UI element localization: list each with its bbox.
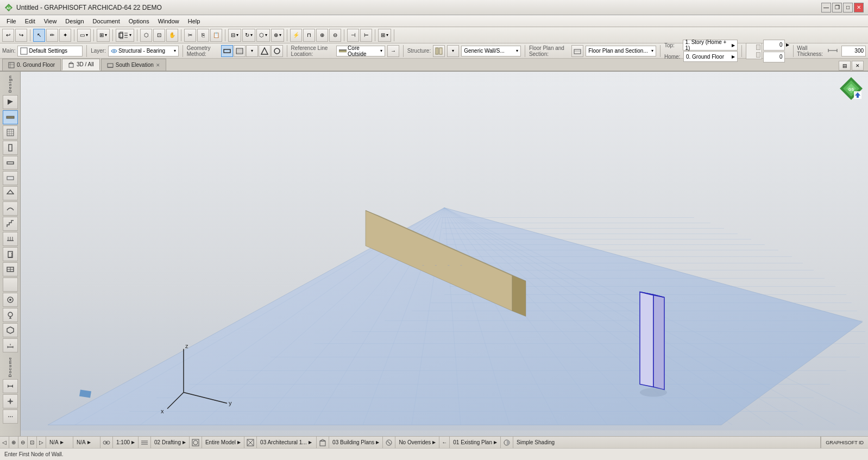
menu-edit[interactable]: Edit (21, 17, 40, 26)
group-button[interactable]: ⊞▾ (378, 29, 391, 42)
no-overrides-dropdown[interactable]: No Overrides▶ (395, 437, 439, 449)
ref-line-dropdown[interactable]: Core Outside ▾ (336, 46, 385, 56)
floor-plan-dropdown[interactable]: Floor Plan and Section... ▾ (586, 46, 656, 56)
model-dropdown[interactable]: Entire Model▶ (202, 437, 244, 449)
nav-next-btn[interactable]: ▷ (37, 437, 46, 449)
view-options-group[interactable]: ▾ (116, 29, 134, 42)
geo-btn-2[interactable] (234, 45, 246, 57)
scale-dropdown[interactable]: 1:100▶ (113, 437, 139, 449)
shading-dropdown[interactable]: Simple Shading (513, 437, 821, 449)
existing-icon[interactable]: ← (439, 437, 450, 449)
menu-options[interactable]: Options (124, 17, 154, 26)
tab-close-all-btn[interactable]: ✕ (852, 61, 864, 71)
zoom-fit-button[interactable]: ⊡ (153, 29, 165, 42)
building-dropdown[interactable]: 03 Building Plans▶ (329, 437, 383, 449)
sidebar-more-btn[interactable]: ⋯ (3, 409, 18, 424)
cut-button[interactable]: ✂ (184, 29, 196, 42)
menu-help[interactable]: Help (184, 17, 205, 26)
nav-mode-dropdown[interactable]: N/A▶ (46, 437, 73, 449)
geo-arrow[interactable]: ▾ (246, 45, 258, 57)
close-button[interactable]: ✕ (854, 3, 864, 12)
transform2-button[interactable]: ↻▾ (242, 29, 255, 42)
menu-window[interactable]: Window (154, 17, 184, 26)
transform3-button[interactable]: ⬡▾ (256, 29, 270, 42)
existing-dropdown[interactable]: 01 Existing Plan▶ (450, 437, 501, 449)
layers-icon[interactable] (139, 437, 151, 449)
shading-icon[interactable] (501, 437, 513, 449)
maximize-button[interactable]: □ (843, 3, 853, 12)
magic-wand-button[interactable]: ✦ (59, 29, 71, 42)
menu-document[interactable]: Document (89, 17, 124, 26)
pencil-tool-button[interactable]: ✏ (46, 29, 58, 42)
menu-view[interactable]: View (40, 17, 61, 26)
restore-button[interactable]: ❐ (832, 3, 842, 12)
structure-dropdown[interactable]: Generic Wall/S... ▾ (461, 46, 521, 56)
viewport-3d[interactable]: - - - - (21, 72, 868, 436)
layer-combo-dropdown[interactable]: 02 Drafting▶ (151, 437, 190, 449)
menu-file[interactable]: File (2, 17, 21, 26)
subtract-button[interactable]: ⊖ (329, 29, 341, 42)
sidebar-tool-lamp[interactable] (3, 308, 18, 322)
transform1-button[interactable]: ⊟▾ (228, 29, 241, 42)
override-icon[interactable] (244, 437, 257, 449)
layer-dropdown[interactable]: Structural - Bearing ▾ (108, 46, 179, 56)
sidebar-tool-wall[interactable] (3, 110, 18, 124)
link-icon-btn[interactable] (100, 437, 113, 449)
zoom-in-btn[interactable]: ⊕ (9, 437, 18, 449)
undo-button[interactable]: ↩ (2, 29, 14, 42)
top-height-input[interactable] (763, 40, 785, 51)
tab-3d[interactable]: 3D / All (62, 59, 100, 71)
default-settings-field[interactable]: Default Settings (17, 46, 83, 56)
nav-pos-dropdown[interactable]: N/A▶ (73, 437, 100, 449)
sidebar-tool-skylight[interactable] (3, 278, 18, 292)
graphisoft-id-btn[interactable]: GRAPHISOFT ID (821, 437, 868, 449)
sidebar-tool-curtain-wall[interactable] (3, 125, 18, 140)
wall-thickness-input[interactable] (841, 46, 866, 56)
snap-button[interactable]: ⊞▾ (97, 29, 110, 42)
trim-button[interactable]: ⊣ (347, 29, 359, 42)
geo-btn-1[interactable] (221, 45, 233, 57)
zoom-fit-btn[interactable]: ⊡ (28, 437, 37, 449)
sidebar-tool-railing[interactable] (3, 232, 18, 246)
model-icon[interactable] (190, 437, 202, 449)
sidebar-tool-slab[interactable] (3, 171, 18, 185)
extend-button[interactable]: ⊢ (360, 29, 372, 42)
transform4-button[interactable]: ⊕▾ (271, 29, 284, 42)
arrow-tool-button[interactable]: ↖ (33, 29, 45, 42)
building-icon[interactable] (317, 437, 329, 449)
no-overrides-icon[interactable] (383, 437, 395, 449)
sidebar-tool-object[interactable] (3, 293, 18, 307)
redo-button[interactable]: ↪ (15, 29, 27, 42)
tab-right-buttons[interactable]: ▤ ✕ (839, 61, 864, 71)
zoom-prev-button[interactable]: ⬡ (140, 29, 152, 42)
add-button[interactable]: ⊕ (316, 29, 328, 42)
ref-line-arrow-btn[interactable]: → (387, 45, 399, 57)
override-dropdown[interactable]: 03 Architectural 1...▶ (257, 437, 317, 449)
sidebar-tool-dimension[interactable] (3, 338, 18, 352)
sidebar-tool-doc2[interactable] (3, 394, 18, 408)
intersect-button[interactable]: ⊓ (303, 29, 315, 42)
floor-plan-icon-btn[interactable] (571, 45, 583, 57)
sidebar-tool-window[interactable] (3, 262, 18, 276)
sidebar-tool-doc1[interactable] (3, 379, 18, 393)
sidebar-tool-shell[interactable] (3, 201, 18, 216)
pan-button[interactable]: ✋ (166, 29, 178, 42)
structure-icon-btn[interactable] (433, 45, 445, 57)
sidebar-tool-arrow[interactable] (3, 95, 18, 109)
copy-button[interactable]: ⎘ (197, 29, 209, 42)
top-story-dropdown[interactable]: 1. Story (Home + 1) ▶ (683, 40, 738, 51)
sidebar-tool-roof[interactable] (3, 186, 18, 200)
tab-floor-plan[interactable]: 0. Ground Floor (2, 59, 61, 71)
minimize-button[interactable]: — (821, 3, 831, 12)
sidebar-tool-column[interactable] (3, 141, 18, 155)
menu-design[interactable]: Design (61, 17, 88, 26)
sidebar-tool-stair[interactable] (3, 217, 18, 231)
sidebar-tool-beam[interactable] (3, 156, 18, 170)
select-rect-button[interactable]: ▭▾ (77, 29, 91, 42)
sidebar-tool-zone[interactable] (3, 323, 18, 337)
split-button[interactable]: ⚡ (290, 29, 302, 42)
nav-back-btn[interactable]: ◁ (0, 437, 9, 449)
home-story-dropdown[interactable]: 0. Ground Floor ▶ (683, 51, 738, 62)
paste-button[interactable]: 📋 (210, 29, 222, 42)
geo-btn-4[interactable] (271, 45, 283, 57)
